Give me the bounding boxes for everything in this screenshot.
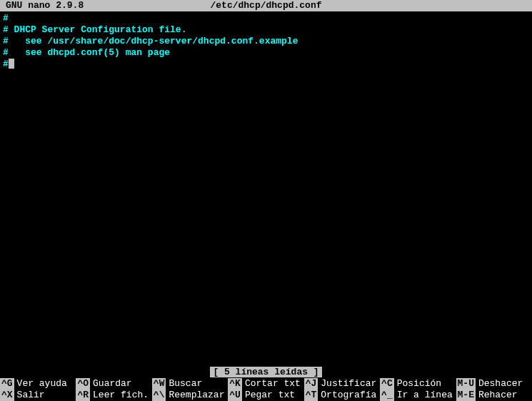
help-key: M-E: [456, 390, 476, 401]
help-row-2: ^XSalir ^RLeer fich. ^\Reemplazar ^UPega…: [0, 390, 532, 401]
help-label: Rehacer: [476, 390, 518, 401]
help-label: Buscar: [166, 378, 202, 390]
help-position[interactable]: ^CPosición: [380, 378, 456, 390]
help-label: Ortografía: [318, 390, 376, 401]
help-key: ^\: [152, 390, 166, 401]
help-writeout[interactable]: ^OGuardar: [76, 378, 151, 390]
help-redo[interactable]: M-ERehacer: [456, 390, 532, 401]
help-key: ^_: [380, 390, 394, 401]
help-key: ^W: [152, 378, 166, 390]
help-key: ^G: [0, 378, 14, 390]
help-get-help[interactable]: ^GVer ayuda: [0, 378, 76, 390]
help-label: Salir: [14, 390, 45, 401]
filename: /etc/dhcp/dhcpd.conf: [210, 0, 321, 11]
help-goto[interactable]: ^_Ir a línea: [380, 390, 456, 401]
help-paste[interactable]: ^UPegar txt: [228, 390, 303, 401]
help-row-1: ^GVer ayuda ^OGuardar ^WBuscar ^KCortar …: [0, 378, 532, 390]
help-key: ^X: [0, 390, 14, 401]
help-bar: ^GVer ayuda ^OGuardar ^WBuscar ^KCortar …: [0, 378, 532, 401]
help-label: Justificar: [318, 378, 376, 390]
help-key: ^O: [76, 378, 90, 390]
status-line: [ 5 líneas leídas ]: [0, 367, 532, 378]
help-key: ^R: [76, 390, 90, 401]
help-justify[interactable]: ^JJustificar: [304, 378, 380, 390]
help-readfile[interactable]: ^RLeer fich.: [76, 390, 151, 401]
editor-line: # see dhcpd.conf(5) man page: [3, 47, 529, 59]
app-name: GNU nano 2.9.8: [0, 0, 84, 11]
help-label: Posición: [394, 378, 441, 390]
editor-line: # DHCP Server Configuration file.: [3, 24, 529, 36]
help-search[interactable]: ^WBuscar: [152, 378, 228, 390]
help-key: ^U: [228, 390, 242, 401]
help-key: ^C: [380, 378, 394, 390]
titlebar: GNU nano 2.9.8 /etc/dhcp/dhcpd.conf: [0, 0, 532, 11]
editor-line: # see /usr/share/doc/dhcp-server/dhcpd.c…: [3, 36, 529, 47]
help-label: Cortar txt: [242, 378, 301, 390]
help-replace[interactable]: ^\Reemplazar: [152, 390, 228, 401]
editor-line: #: [3, 59, 529, 70]
help-undo[interactable]: M-UDeshacer: [456, 378, 532, 390]
help-key: ^T: [304, 390, 318, 401]
help-label: Leer fich.: [90, 390, 149, 401]
help-label: Pegar txt: [242, 390, 295, 401]
help-label: Guardar: [90, 378, 132, 390]
help-label: Deshacer: [476, 378, 523, 390]
help-key: M-U: [456, 378, 476, 390]
help-label: Ver ayuda: [14, 378, 67, 390]
help-label: Ir a línea: [394, 390, 453, 401]
help-exit[interactable]: ^XSalir: [0, 390, 76, 401]
help-spell[interactable]: ^TOrtografía: [304, 390, 380, 401]
editor-area[interactable]: # # DHCP Server Configuration file. # se…: [0, 11, 532, 71]
help-label: Reemplazar: [166, 390, 224, 401]
editor-line: #: [3, 13, 529, 24]
status-message: [ 5 líneas leídas ]: [210, 367, 321, 377]
help-key: ^J: [304, 378, 318, 390]
help-key: ^K: [228, 378, 242, 390]
text-cursor: [9, 59, 14, 69]
help-cut[interactable]: ^KCortar txt: [228, 378, 303, 390]
